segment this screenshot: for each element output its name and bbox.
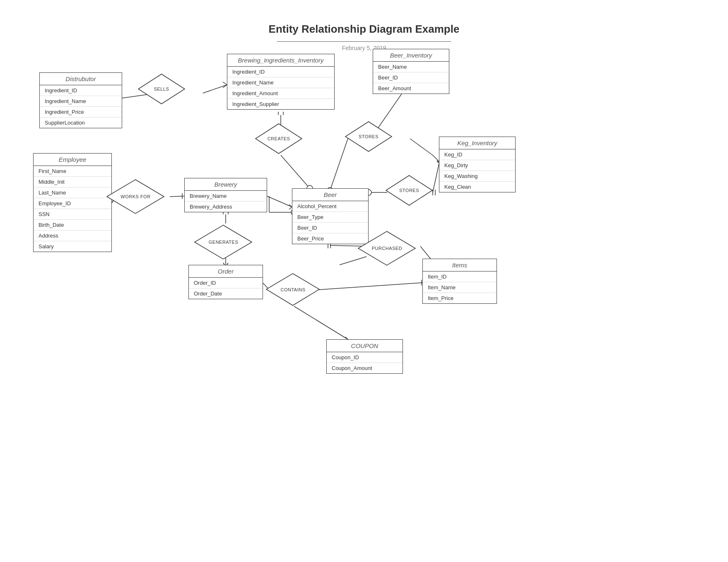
svg-line-26 — [267, 196, 292, 207]
entity-beer-inventory-header: Beer_Inventory — [373, 49, 449, 62]
generates-label: GENERATES — [209, 240, 239, 245]
svg-line-3 — [223, 85, 227, 88]
creates-label: CREATES — [268, 136, 290, 141]
attr-emp-address: Address — [34, 231, 111, 241]
attr-keg-clean: Keg_Clean — [439, 182, 515, 192]
attr-beerinv-id: Beer_ID — [373, 72, 449, 83]
attr-emp-firstname: First_Name — [34, 166, 111, 177]
attr-emp-id: Employee_ID — [34, 198, 111, 209]
attr-item-name: Item_Name — [423, 282, 497, 293]
attr-emp-middleinit: Middle_Init — [34, 177, 111, 187]
attr-coupon-id: Coupon_ID — [327, 352, 403, 363]
attr-beer-alcohol: Alcohol_Percent — [292, 201, 368, 212]
entity-brewing-ingredients: Brewing_Ingredients_Inventory Ingredient… — [227, 54, 335, 110]
subtitle: February 5, 2019 — [0, 45, 728, 51]
relationship-generates: GENERATES — [193, 223, 253, 261]
entity-beer-header: Beer — [292, 189, 368, 201]
entity-items-header: Items — [423, 259, 497, 271]
entity-brewery: Brewery Brewery_Name Brewery_Address — [184, 178, 267, 212]
entity-coupon-header: COUPON — [327, 340, 403, 352]
stores2-label: STORES — [399, 188, 419, 193]
attr-item-price: Item_Price — [423, 293, 497, 303]
contains-label: CONTAINS — [280, 287, 305, 292]
svg-line-2 — [223, 82, 227, 85]
svg-line-15 — [410, 139, 433, 155]
attr-item-id: Item_ID — [423, 271, 497, 282]
attr-beerinv-name: Beer_Name — [373, 62, 449, 72]
entity-employee: Employee First_Name Middle_Init Last_Nam… — [33, 153, 112, 252]
svg-line-16 — [433, 155, 439, 161]
entity-order: Order Order_ID Order_Date — [188, 265, 263, 299]
attr-beer-type: Beer_Type — [292, 212, 368, 223]
entity-employee-header: Employee — [34, 154, 111, 166]
svg-line-38 — [319, 283, 422, 290]
worksfor-label: WORKS FOR — [121, 194, 150, 199]
attr-bi-ingredient-id: Ingredient_ID — [227, 67, 334, 77]
attr-bi-ingredient-amount: Ingredient_Amount — [227, 88, 334, 99]
entity-order-header: Order — [189, 265, 263, 278]
attr-keg-id: Keg_ID — [439, 149, 515, 160]
attr-ingredient-name: Ingredient_Name — [40, 96, 122, 107]
title-underline — [277, 41, 451, 42]
attr-coupon-amount: Coupon_Amount — [327, 363, 403, 373]
attr-supplier-location: SupplierLocation — [40, 118, 122, 128]
entity-brewery-header: Brewery — [185, 178, 267, 191]
svg-line-9 — [281, 155, 310, 188]
attr-ingredient-price: Ingredient_Price — [40, 107, 122, 118]
attr-ingredient-id: Ingredient_ID — [40, 85, 122, 96]
entity-beer-inventory: Beer_Inventory Beer_Name Beer_ID Beer_Am… — [373, 49, 449, 94]
svg-line-23 — [170, 196, 184, 197]
entity-brewing-header: Brewing_Ingredients_Inventory — [227, 54, 334, 67]
attr-bi-ingredient-name: Ingredient_Name — [227, 77, 334, 88]
attr-order-date: Order_Date — [189, 288, 263, 299]
svg-line-27 — [289, 204, 292, 207]
page-title: Entity Relationship Diagram Example — [0, 23, 728, 36]
relationship-works-for: WORKS FOR — [106, 178, 166, 215]
entity-coupon: COUPON Coupon_ID Coupon_Amount — [326, 339, 403, 374]
svg-line-28 — [289, 207, 292, 209]
entity-distributor: Distrubutor Ingredient_ID Ingredient_Nam… — [39, 72, 122, 128]
attr-emp-ssn: SSN — [34, 209, 111, 220]
svg-line-46 — [294, 306, 348, 339]
svg-line-1 — [203, 85, 227, 93]
relationship-contains: CONTAINS — [265, 272, 321, 307]
attr-emp-birthdate: Birth_Date — [34, 220, 111, 231]
attr-emp-salary: Salary — [34, 241, 111, 252]
entity-keg-header: Keg_Inventory — [439, 137, 515, 149]
stores1-label: STORES — [359, 134, 378, 139]
attr-keg-washing: Keg_Washing — [439, 171, 515, 182]
entity-keg-inventory: Keg_Inventory Keg_ID Keg_Dirty Keg_Washi… — [439, 137, 516, 192]
attr-brewery-name: Brewery_Name — [185, 191, 267, 202]
attr-keg-dirty: Keg_Dirty — [439, 160, 515, 171]
entity-items: Items Item_ID Item_Name Item_Price — [422, 259, 497, 304]
purchased-label: PURCHASED — [372, 246, 403, 251]
relationship-stores2: STORES — [384, 174, 434, 207]
attr-brewery-address: Brewery_Address — [185, 202, 267, 212]
relationship-creates: CREATES — [254, 122, 304, 155]
entity-distributor-header: Distrubutor — [40, 73, 122, 85]
sells-label: SELLS — [154, 86, 169, 91]
attr-beerinv-amount: Beer_Amount — [373, 83, 449, 94]
relationship-stores1: STORES — [344, 120, 393, 153]
attr-bi-ingredient-supplier: Ingredient_Supplier — [227, 99, 334, 109]
attr-order-id: Order_ID — [189, 278, 263, 288]
diagram-container: Entity Relationship Diagram Example Febr… — [0, 0, 728, 562]
attr-emp-lastname: Last_Name — [34, 187, 111, 198]
relationship-purchased: PURCHASED — [357, 230, 417, 267]
relationship-sells: SELLS — [137, 72, 186, 106]
